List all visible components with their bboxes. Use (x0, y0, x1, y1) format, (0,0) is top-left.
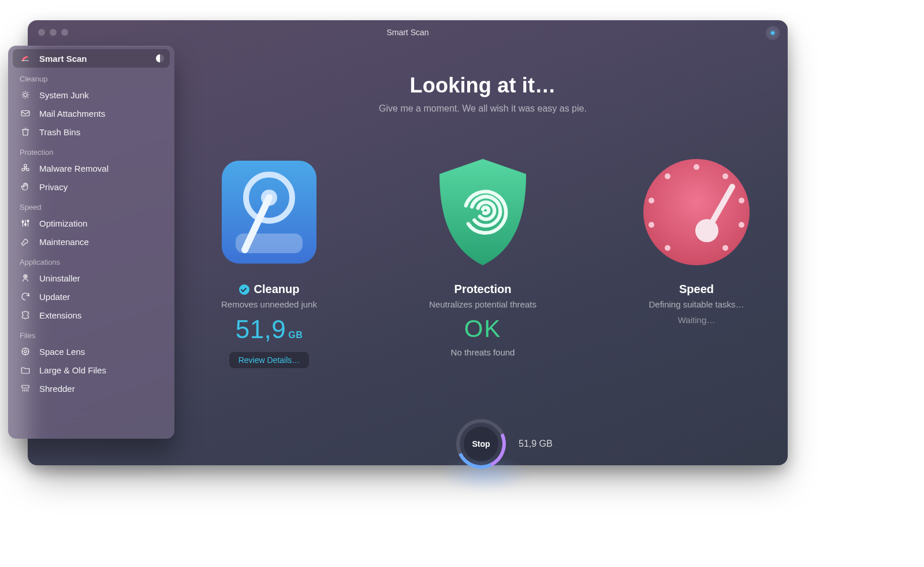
mail-icon (20, 108, 31, 118)
sidebar-header: Protection (13, 141, 170, 159)
sidebar-item-maintenance[interactable]: Maintenance (13, 232, 170, 251)
svg-point-6 (694, 164, 699, 170)
biohazard-icon (20, 163, 31, 173)
svg-point-25 (27, 220, 29, 222)
sidebar-item-space-lens[interactable]: Space Lens (13, 342, 170, 361)
page-subheading: Give me a moment. We all wish it was eas… (178, 103, 788, 114)
sidebar-header: Speed (13, 196, 170, 214)
card-speed: Speed Defining suitable tasks… Waiting… (627, 154, 766, 368)
sidebar-item-label: Updater (39, 292, 70, 302)
sidebar-item-mail-attachments[interactable]: Mail Attachments (13, 104, 170, 123)
svg-point-14 (665, 245, 670, 251)
card-speed-subtitle: Defining suitable tasks… (627, 299, 766, 309)
trash-icon (20, 127, 31, 137)
sidebar-item-system-junk[interactable]: System Junk (13, 86, 170, 104)
close-dot[interactable] (38, 29, 45, 36)
svg-point-24 (25, 224, 27, 225)
svg-point-5 (643, 159, 750, 265)
card-protection: Protection Neutralizes potential threats… (413, 154, 552, 368)
sidebar-item-label: System Junk (39, 90, 89, 100)
page-heading: Looking at it… (178, 73, 788, 98)
stop-button[interactable]: Stop (456, 419, 506, 469)
radar-icon (20, 53, 31, 64)
sidebar-item-label: Trash Bins (39, 127, 80, 137)
shredder-icon (20, 383, 31, 394)
lens-icon (20, 346, 31, 357)
sidebar-header: Cleanup (13, 68, 170, 86)
card-protection-status: No threats found (413, 347, 552, 357)
svg-point-21 (22, 168, 25, 171)
sidebar-item-shredder[interactable]: Shredder (13, 379, 170, 398)
sidebar-panel: Smart ScanCleanupSystem JunkMail Attachm… (8, 46, 174, 439)
sidebar-item-label: Mail Attachments (39, 109, 105, 118)
shield-icon (425, 154, 541, 270)
sidebar-item-trash-bins[interactable]: Trash Bins (13, 123, 170, 141)
card-protection-subtitle: Neutralizes potential threats (413, 299, 552, 309)
card-protection-title: Protection (454, 283, 512, 296)
svg-point-28 (24, 350, 27, 353)
sidebar-item-label: Malware Removal (39, 164, 109, 173)
sidebar-item-smart-scan[interactable]: Smart Scan (13, 49, 170, 68)
sidebar-header: Applications (13, 251, 170, 269)
sidebar-item-large-old-files[interactable]: Large & Old Files (13, 361, 170, 379)
gauge-icon (639, 154, 754, 270)
minimize-dot[interactable] (50, 29, 57, 36)
progress-indicator-icon (156, 54, 164, 62)
svg-point-9 (739, 222, 744, 228)
check-icon (239, 284, 249, 295)
sidebar-item-optimization[interactable]: Optimization (13, 214, 170, 232)
card-cleanup-title: Cleanup (254, 283, 300, 296)
svg-rect-29 (22, 386, 29, 388)
svg-point-13 (649, 222, 654, 228)
svg-point-12 (649, 198, 654, 203)
svg-point-7 (722, 173, 728, 179)
card-cleanup-subtitle: Removes unneeded junk (200, 299, 338, 309)
sidebar-item-label: Smart Scan (39, 54, 87, 64)
svg-point-11 (665, 173, 670, 179)
uninstall-icon (20, 273, 31, 283)
gear-trash-icon (20, 90, 31, 100)
updater-icon (20, 291, 31, 302)
sidebar-header: Files (13, 324, 170, 342)
review-details-button[interactable]: Review Details… (229, 352, 310, 368)
puzzle-icon (20, 310, 31, 320)
sidebar-item-privacy[interactable]: Privacy (13, 177, 170, 196)
svg-point-8 (739, 198, 744, 203)
main-content: Looking at it… Give me a moment. We all … (178, 46, 788, 465)
assistant-button[interactable] (766, 26, 780, 40)
sidebar-item-label: Privacy (39, 182, 68, 192)
folder-icon (20, 365, 31, 375)
sidebar-item-updater[interactable]: Updater (13, 287, 170, 306)
sidebar-item-uninstaller[interactable]: Uninstaller (13, 269, 170, 287)
svg-point-19 (25, 168, 27, 169)
disk-icon (211, 154, 327, 270)
sidebar-item-label: Space Lens (39, 347, 85, 357)
window-title: Smart Scan (28, 28, 788, 37)
sidebar-item-label: Extensions (39, 310, 81, 320)
sidebar-item-extensions[interactable]: Extensions (13, 306, 170, 324)
titlebar: Smart Scan (28, 20, 788, 45)
hand-icon (20, 181, 31, 192)
sidebar-item-label: Large & Old Files (39, 365, 106, 375)
wrench-icon (20, 236, 31, 247)
card-protection-value: OK (413, 315, 552, 343)
svg-point-23 (22, 221, 24, 223)
zoom-dot[interactable] (61, 29, 68, 36)
sidebar-item-label: Maintenance (39, 237, 89, 247)
card-speed-title: Speed (679, 283, 714, 296)
svg-point-20 (24, 164, 27, 167)
window-controls[interactable] (38, 29, 68, 36)
svg-point-10 (722, 245, 728, 251)
card-speed-status: Waiting… (627, 315, 766, 325)
sliders-icon (20, 218, 31, 228)
card-cleanup: Cleanup Removes unneeded junk 51,9GB Rev… (200, 154, 338, 368)
svg-rect-18 (21, 111, 29, 116)
card-cleanup-value: 51,9GB (200, 315, 338, 344)
svg-point-17 (24, 93, 27, 97)
svg-point-22 (27, 168, 29, 171)
sidebar-item-label: Optimization (39, 218, 87, 228)
sidebar-item-malware-removal[interactable]: Malware Removal (13, 159, 170, 177)
sidebar-item-label: Uninstaller (39, 273, 80, 283)
progress-size-label: 51,9 GB (519, 439, 553, 449)
sidebar-item-label: Shredder (39, 384, 75, 394)
